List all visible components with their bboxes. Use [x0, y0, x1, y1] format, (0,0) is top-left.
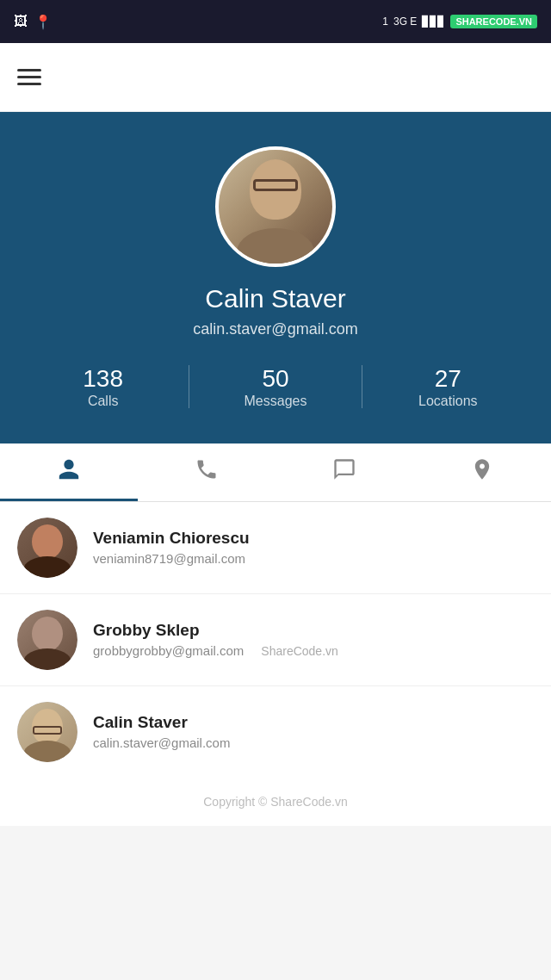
contact-info: Veniamin Chiorescu veniamin8719@gmail.co… — [93, 529, 534, 566]
list-item[interactable]: Calin Staver calin.staver@gmail.com — [0, 686, 551, 778]
list-item[interactable]: Grobby Sklep grobbygrobby@gmail.com Shar… — [0, 594, 551, 686]
phone-icon — [195, 457, 219, 487]
profile-header: Calin Staver calin.staver@gmail.com 138 … — [0, 112, 551, 443]
stat-messages: 50 Messages — [189, 364, 361, 409]
contact-avatar-image — [17, 610, 77, 670]
location-status-icon: 📍 — [34, 14, 52, 30]
body — [24, 648, 71, 670]
hamburger-line-2 — [17, 76, 41, 78]
contact-email: grobbygrobby@gmail.com — [93, 643, 244, 658]
messages-label: Messages — [245, 394, 307, 409]
face — [32, 524, 63, 559]
watermark: ShareCode.vn — [261, 644, 338, 658]
status-right-icons: 1 3G E ▊▊▊ SHARECODE.VN — [382, 15, 537, 28]
locations-label: Locations — [418, 394, 478, 409]
face — [32, 617, 63, 651]
signal-bars: ▊▊▊ — [422, 16, 445, 28]
contact-info: Calin Staver calin.staver@gmail.com — [93, 713, 534, 750]
tab-calls[interactable] — [138, 443, 276, 501]
stats-row: 138 Calls 50 Messages 27 Locations — [17, 364, 534, 409]
hamburger-line-1 — [17, 69, 41, 71]
image-icon: 🖼 — [14, 14, 28, 29]
map-pin-icon — [470, 457, 494, 487]
avatar — [17, 702, 77, 762]
stat-locations: 27 Locations — [362, 364, 534, 409]
profile-name: Calin Staver — [205, 284, 345, 313]
avatar — [17, 518, 77, 578]
avatar-glasses — [253, 179, 298, 191]
contact-avatar-image — [17, 518, 77, 578]
contact-avatar-image — [17, 702, 77, 762]
stat-calls: 138 Calls — [17, 364, 189, 409]
calls-number: 138 — [83, 364, 123, 394]
contact-name: Grobby Sklep — [93, 621, 534, 640]
message-icon — [332, 457, 356, 487]
top-bar — [0, 43, 551, 112]
contact-email: veniamin8719@gmail.com — [93, 551, 534, 566]
sim-icon: 1 — [382, 16, 388, 28]
tab-messages[interactable] — [276, 443, 413, 501]
profile-email: calin.staver@gmail.com — [193, 320, 357, 338]
footer: Copyright © ShareCode.vn — [0, 778, 551, 826]
hamburger-line-3 — [17, 83, 41, 85]
avatar — [215, 146, 336, 267]
network-text: 3G E — [393, 16, 417, 28]
contact-email: calin.staver@gmail.com — [93, 735, 534, 750]
messages-number: 50 — [262, 364, 288, 394]
avatar-image — [219, 146, 332, 267]
tab-contacts[interactable] — [0, 443, 138, 501]
status-bar: 🖼 📍 1 3G E ▊▊▊ SHARECODE.VN — [0, 0, 551, 43]
list-item[interactable]: Veniamin Chiorescu veniamin8719@gmail.co… — [0, 502, 551, 594]
avatar — [17, 610, 77, 670]
body — [24, 741, 71, 762]
contact-list: Veniamin Chiorescu veniamin8719@gmail.co… — [0, 502, 551, 778]
status-left-icons: 🖼 📍 — [14, 14, 52, 30]
contact-name: Veniamin Chiorescu — [93, 529, 534, 548]
tab-locations[interactable] — [413, 443, 551, 501]
person-icon — [57, 457, 81, 487]
contact-info: Grobby Sklep grobbygrobby@gmail.com Shar… — [93, 621, 534, 658]
locations-number: 27 — [435, 364, 461, 394]
contact-name: Calin Staver — [93, 713, 534, 732]
avatar-body — [237, 228, 314, 267]
calls-label: Calls — [88, 394, 119, 409]
menu-button[interactable] — [17, 69, 41, 85]
footer-text: Copyright © ShareCode.vn — [203, 795, 348, 809]
sharecode-badge: SHARECODE.VN — [450, 15, 537, 28]
tab-bar — [0, 443, 551, 502]
body — [24, 556, 71, 578]
glasses — [33, 726, 62, 735]
